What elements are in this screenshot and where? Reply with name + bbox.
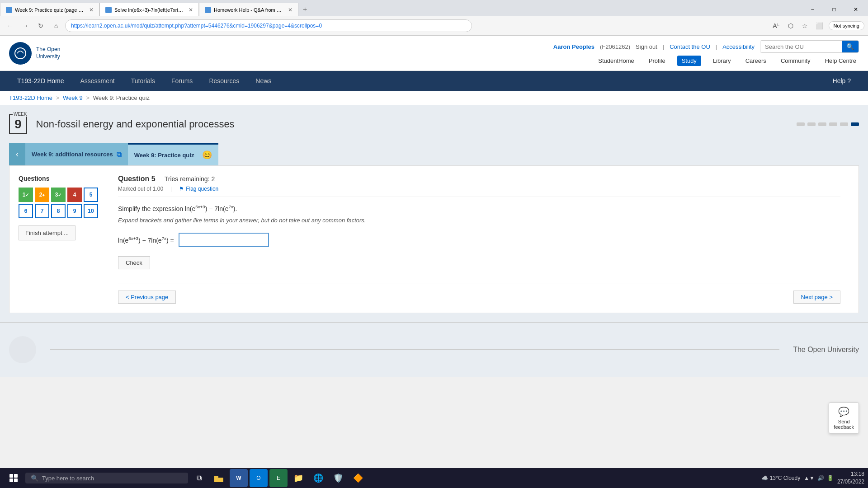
send-feedback-button[interactable]: 💬 Sendfeedback bbox=[829, 402, 859, 434]
breadcrumb-home[interactable]: T193-22D Home bbox=[9, 94, 52, 101]
taskbar-edge[interactable]: 🌐 bbox=[309, 469, 327, 487]
progress-dots bbox=[797, 122, 859, 126]
question-btn-1[interactable]: 1✓ bbox=[19, 188, 33, 202]
tab-additional-resources[interactable]: Week 9: additional resources ⧉ bbox=[25, 143, 128, 165]
progress-dot-1 bbox=[797, 122, 805, 126]
forward-button[interactable]: → bbox=[19, 19, 32, 32]
week-header: WEEK 9 Non-fossil energy and exponential… bbox=[9, 114, 859, 134]
question-btn-2[interactable]: 2● bbox=[35, 188, 49, 202]
question-meta: Marked out of 1.00 | ⚑ Flag question bbox=[118, 186, 840, 197]
course-nav-tutorials[interactable]: Tutorials bbox=[123, 71, 163, 91]
address-bar[interactable]: https://learn2.open.ac.uk/mod/quiz/attem… bbox=[65, 19, 472, 32]
tab-close-3[interactable]: ✕ bbox=[288, 7, 292, 13]
course-nav-assessment[interactable]: Assessment bbox=[72, 71, 123, 91]
external-link-icon[interactable]: ⧉ bbox=[117, 150, 122, 159]
question-btn-5[interactable]: 5 bbox=[84, 188, 98, 202]
ou-search-input[interactable] bbox=[760, 41, 842, 52]
question-grid: 1✓ 2● 3✓ 4 5 6 7 8 9 10 bbox=[19, 188, 109, 218]
taskbar-excel[interactable]: E bbox=[269, 469, 288, 487]
course-nav: T193-22D Home Assessment Tutorials Forum… bbox=[0, 71, 868, 91]
finish-attempt-button[interactable]: Finish attempt ... bbox=[19, 225, 75, 240]
course-nav-help[interactable]: Help ? bbox=[825, 71, 859, 91]
favorites-icon[interactable]: ☆ bbox=[800, 20, 811, 31]
prev-section-button[interactable]: ‹ bbox=[9, 143, 25, 165]
contact-ou-link[interactable]: Contact the OU bbox=[670, 43, 710, 50]
collections-icon[interactable]: ⬜ bbox=[814, 20, 825, 31]
progress-dot-3 bbox=[818, 122, 826, 126]
question-header: Question 5 Tries remaining: 2 bbox=[118, 175, 840, 183]
taskbar-battery-icon: 🔋 bbox=[827, 475, 834, 481]
nav-help-centre[interactable]: Help Centre bbox=[822, 56, 859, 66]
question-btn-7[interactable]: 7 bbox=[35, 204, 49, 218]
taskbar-task-view[interactable]: ⧉ bbox=[190, 469, 208, 487]
course-nav-home[interactable]: T193-22D Home bbox=[9, 71, 72, 91]
tab-title-2: Solve ln(e6x+3)-7ln(left(e7xright... bbox=[114, 7, 185, 13]
nav-library[interactable]: Library bbox=[710, 56, 734, 66]
taskbar-shield[interactable]: 🛡️ bbox=[329, 469, 347, 487]
translate-icon[interactable]: Aᴸ bbox=[771, 20, 782, 31]
not-syncing-button[interactable]: Not syncing bbox=[829, 21, 864, 30]
browser-tab-1[interactable]: Week 9: Practice quiz (page 5 of... ✕ bbox=[0, 3, 99, 16]
taskbar-outlook[interactable]: O bbox=[250, 469, 268, 487]
question-btn-6[interactable]: 6 bbox=[19, 204, 33, 218]
flag-question-link[interactable]: ⚑ Flag question bbox=[179, 186, 218, 192]
minimize-button[interactable]: − bbox=[802, 3, 823, 16]
nav-student-home[interactable]: StudentHome bbox=[595, 56, 637, 66]
taskbar-folders[interactable]: 📁 bbox=[289, 469, 307, 487]
start-button[interactable] bbox=[4, 468, 24, 488]
back-button[interactable]: ← bbox=[4, 19, 16, 32]
tab-close-2[interactable]: ✕ bbox=[189, 7, 193, 13]
course-nav-forums[interactable]: Forums bbox=[163, 71, 201, 91]
browser-tab-3[interactable]: Homework Help - Q&A from Ou... ✕ bbox=[199, 3, 298, 16]
taskbar-search-icon: 🔍 bbox=[31, 474, 38, 482]
new-tab-button[interactable]: + bbox=[300, 5, 310, 14]
practice-quiz-label: Week 9: Practice quiz bbox=[134, 152, 194, 159]
tab-practice-quiz[interactable]: Week 9: Practice quiz 😊 bbox=[128, 143, 218, 165]
nav-profile[interactable]: Profile bbox=[646, 56, 668, 66]
questions-title: Questions bbox=[19, 175, 109, 182]
nav-careers[interactable]: Careers bbox=[743, 56, 769, 66]
prev-page-button[interactable]: < Previous page bbox=[118, 291, 176, 304]
course-nav-news[interactable]: News bbox=[247, 71, 279, 91]
question-btn-8[interactable]: 8 bbox=[51, 204, 66, 218]
home-button[interactable]: ⌂ bbox=[50, 19, 62, 32]
tab-favicon-3 bbox=[205, 7, 211, 13]
tab-close-1[interactable]: ✕ bbox=[89, 7, 94, 13]
reload-button[interactable]: ↻ bbox=[34, 19, 47, 32]
course-nav-resources[interactable]: Resources bbox=[201, 71, 247, 91]
time-display: 13:18 bbox=[837, 470, 864, 478]
next-page-button[interactable]: Next page > bbox=[793, 291, 840, 304]
question-content: Question 5 Tries remaining: 2 Marked out… bbox=[109, 175, 849, 304]
tries-text: Tries remaining: 2 bbox=[165, 175, 215, 183]
emoji-badge: 😊 bbox=[202, 150, 212, 160]
nav-study[interactable]: Study bbox=[677, 56, 701, 66]
ou-search-box: 🔍 bbox=[760, 40, 859, 53]
extensions-icon[interactable]: ⬡ bbox=[785, 20, 796, 31]
main-content: WEEK 9 Non-fossil energy and exponential… bbox=[0, 105, 868, 322]
nav-community[interactable]: Community bbox=[778, 56, 813, 66]
question-btn-10[interactable]: 10 bbox=[84, 204, 98, 218]
question-btn-9[interactable]: 9 bbox=[67, 204, 82, 218]
close-window-button[interactable]: ✕ bbox=[845, 3, 866, 16]
accessibility-link[interactable]: Accessibility bbox=[722, 43, 755, 50]
answer-row: ln(e6x+3) − 7ln(e7x) = bbox=[118, 233, 840, 247]
question-btn-4[interactable]: 4 bbox=[67, 188, 82, 202]
svg-point-0 bbox=[15, 48, 26, 59]
question-btn-3[interactable]: 3✓ bbox=[51, 188, 66, 202]
progress-dot-5 bbox=[840, 122, 848, 126]
browser-tab-2[interactable]: Solve ln(e6x+3)-7ln(left(e7xright... ✕ bbox=[99, 3, 199, 16]
questions-sidebar: Questions 1✓ 2● 3✓ 4 5 6 7 8 9 10 bbox=[19, 175, 109, 304]
quiz-body: Questions 1✓ 2● 3✓ 4 5 6 7 8 9 10 bbox=[9, 165, 859, 313]
taskbar-word[interactable]: W bbox=[230, 469, 248, 487]
ou-logo-icon bbox=[9, 42, 32, 65]
answer-input[interactable] bbox=[179, 233, 269, 247]
taskbar-app[interactable]: 🔶 bbox=[349, 469, 367, 487]
breadcrumb-week9[interactable]: Week 9 bbox=[63, 94, 83, 101]
taskbar-right: ☁️ 13°C Cloudy ▲▼ 🔊 🔋 13:18 27/05/2022 bbox=[761, 470, 864, 486]
taskbar-search[interactable]: 🔍 Type here to search bbox=[25, 473, 188, 483]
sign-out-link[interactable]: Sign out bbox=[636, 43, 657, 50]
maximize-button[interactable]: □ bbox=[824, 3, 844, 16]
taskbar-file-explorer[interactable] bbox=[210, 469, 228, 487]
check-button[interactable]: Check bbox=[118, 256, 150, 269]
ou-search-button[interactable]: 🔍 bbox=[842, 41, 859, 52]
